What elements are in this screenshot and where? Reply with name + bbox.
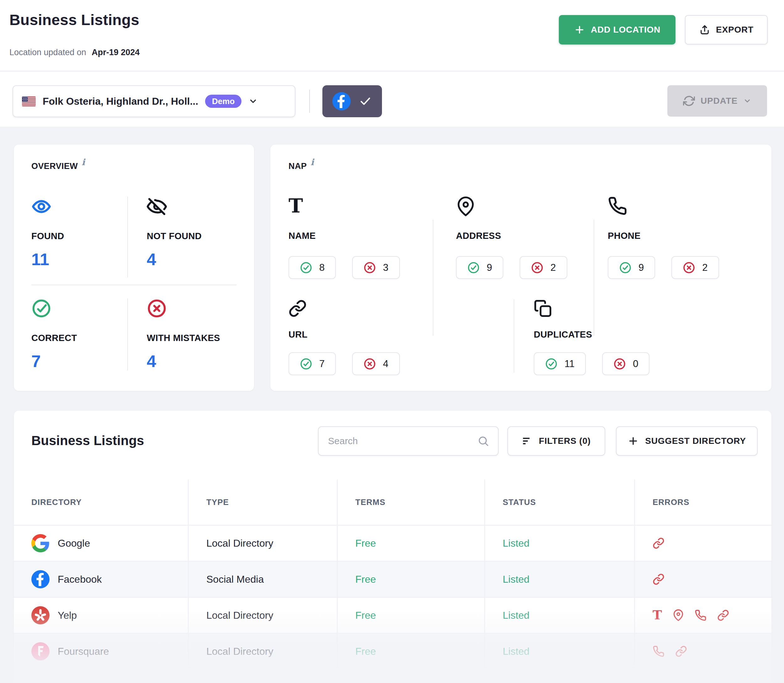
suggest-directory-button[interactable]: SUGGEST DIRECTORY bbox=[616, 426, 758, 456]
facebook-icon bbox=[31, 570, 50, 588]
url-error-icon bbox=[652, 573, 665, 585]
us-flag-icon bbox=[22, 96, 36, 106]
location-updated-text: Location updated on Apr-19 2024 bbox=[10, 48, 140, 57]
nap-title: NAPi bbox=[289, 161, 314, 171]
correct-count-pill: 9 bbox=[456, 256, 503, 279]
update-button[interactable]: UPDATE bbox=[667, 85, 767, 117]
google-icon bbox=[31, 534, 50, 552]
overview-divider bbox=[31, 285, 236, 285]
phone-error-icon bbox=[695, 609, 707, 621]
nap-label: PHONE bbox=[608, 231, 719, 241]
column-header-terms: TERMS bbox=[338, 479, 484, 525]
name-error-icon: T bbox=[652, 609, 662, 622]
table-cell-status: Listed bbox=[485, 598, 634, 633]
overview-card: OVERVIEWi FOUND 11 NOT FOUND 4 CORRECT 7… bbox=[14, 144, 254, 391]
map-pin-icon bbox=[456, 196, 567, 219]
table-row-yelp-directory[interactable]: Yelp bbox=[14, 598, 188, 633]
plus-icon bbox=[574, 24, 585, 35]
eye-off-icon bbox=[147, 197, 241, 217]
url-error-icon bbox=[652, 537, 665, 549]
stat-correct: CORRECT 7 bbox=[31, 298, 125, 371]
stat-with-mistakes: WITH MISTAKES 4 bbox=[147, 298, 250, 371]
add-location-button[interactable]: ADD LOCATION bbox=[559, 15, 675, 45]
check-circle-icon bbox=[619, 261, 631, 274]
export-icon bbox=[699, 24, 710, 35]
facebook-icon bbox=[333, 92, 350, 110]
nap-label: ADDRESS bbox=[456, 231, 567, 241]
toolbar-separator bbox=[309, 90, 310, 113]
column-header-directory: DIRECTORY bbox=[14, 479, 188, 525]
error-count-pill: 0 bbox=[602, 352, 649, 375]
table-row-foursquare-directory[interactable]: Foursquare bbox=[14, 634, 188, 669]
column-header-type: TYPE bbox=[189, 479, 337, 525]
location-updated-label: Location updated on bbox=[10, 48, 86, 57]
overview-divider bbox=[127, 298, 128, 370]
update-label: UPDATE bbox=[700, 96, 737, 106]
table-row-google-directory[interactable]: Google bbox=[14, 526, 188, 561]
nap-label: NAME bbox=[289, 231, 400, 241]
phone-icon bbox=[608, 196, 719, 219]
export-button[interactable]: EXPORT bbox=[685, 15, 768, 45]
nap-divider bbox=[433, 220, 434, 336]
search-box bbox=[318, 426, 499, 456]
link-icon bbox=[289, 299, 400, 320]
table-cell-terms: Free bbox=[338, 526, 484, 561]
overview-title: OVERVIEWi bbox=[31, 161, 85, 171]
directory-name: Google bbox=[58, 537, 90, 549]
export-label: EXPORT bbox=[716, 25, 753, 35]
location-updated-date: Apr-19 2024 bbox=[92, 48, 140, 57]
info-icon[interactable]: i bbox=[310, 157, 314, 167]
correct-count-pill: 11 bbox=[534, 352, 586, 375]
add-location-label: ADD LOCATION bbox=[591, 25, 660, 35]
x-circle-icon bbox=[683, 261, 695, 274]
location-name: Folk Osteria, Highland Dr., Holl... bbox=[43, 96, 198, 107]
table-cell-errors bbox=[635, 526, 771, 561]
table-cell-errors: T bbox=[635, 598, 771, 633]
table-cell-terms: Free bbox=[338, 598, 484, 633]
x-circle-icon bbox=[363, 261, 376, 274]
page-title: Business Listings bbox=[10, 11, 139, 29]
location-selector[interactable]: Folk Osteria, Highland Dr., Holl... Demo bbox=[13, 85, 296, 117]
address-error-icon bbox=[673, 609, 684, 622]
plus-icon bbox=[628, 435, 639, 447]
circle-check-icon bbox=[31, 298, 125, 319]
suggest-directory-label: SUGGEST DIRECTORY bbox=[645, 436, 746, 446]
facebook-filter-toggle[interactable] bbox=[322, 85, 382, 117]
filter-icon bbox=[522, 436, 532, 446]
demo-badge: Demo bbox=[205, 95, 241, 108]
nap-duplicates: DUPLICATES 11 0 bbox=[534, 299, 649, 375]
table-cell-type: Local Directory bbox=[189, 526, 337, 561]
check-circle-icon bbox=[300, 358, 312, 370]
table-cell-type: Social Media bbox=[189, 562, 337, 597]
stat-label: NOT FOUND bbox=[147, 231, 241, 241]
top-header: Business Listings Location updated on Ap… bbox=[0, 0, 784, 127]
table-cell-type: Local Directory bbox=[189, 634, 337, 669]
stat-label: WITH MISTAKES bbox=[147, 333, 250, 343]
directory-name: Yelp bbox=[58, 610, 77, 621]
x-circle-icon bbox=[531, 261, 543, 274]
info-icon[interactable]: i bbox=[82, 157, 85, 167]
table-cell-terms: Free bbox=[338, 634, 484, 669]
check-circle-icon bbox=[300, 261, 312, 274]
correct-count-pill: 9 bbox=[608, 256, 655, 279]
nap-phone: PHONE 9 2 bbox=[608, 196, 719, 279]
chevron-down-icon bbox=[248, 96, 258, 106]
listings-title: Business Listings bbox=[31, 433, 144, 448]
phone-error-icon bbox=[652, 645, 665, 657]
table-row-facebook-directory[interactable]: Facebook bbox=[14, 562, 188, 597]
stat-label: FOUND bbox=[31, 231, 125, 241]
business-listings-card: Business Listings FILTERS (0) SUGGEST DI… bbox=[14, 410, 771, 683]
table-cell-type: Local Directory bbox=[189, 598, 337, 633]
header-divider bbox=[0, 71, 784, 72]
table-cell-status: Listed bbox=[485, 634, 634, 669]
overview-divider bbox=[127, 197, 128, 277]
stat-value: 7 bbox=[31, 351, 125, 371]
nap-url: URL 7 4 bbox=[289, 299, 400, 375]
correct-count-pill: 8 bbox=[289, 256, 336, 279]
search-input[interactable] bbox=[328, 435, 477, 447]
nap-divider bbox=[514, 299, 514, 373]
filters-button[interactable]: FILTERS (0) bbox=[508, 426, 605, 456]
directory-name: Foursquare bbox=[58, 646, 109, 657]
error-count-pill: 2 bbox=[520, 256, 567, 279]
nap-label: URL bbox=[289, 329, 400, 340]
